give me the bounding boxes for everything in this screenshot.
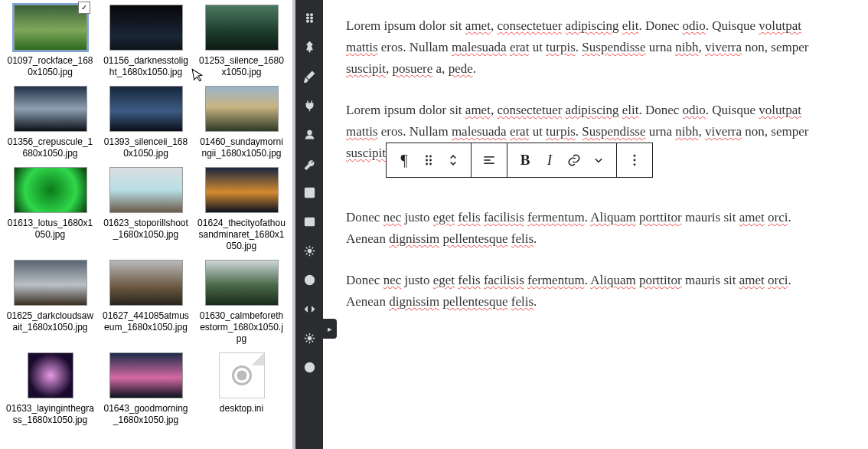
- gear2-icon[interactable]: [296, 325, 322, 351]
- spellcheck-word[interactable]: malesuada: [452, 40, 507, 54]
- spellcheck-word[interactable]: nec: [383, 273, 402, 287]
- drag-handle[interactable]: [416, 143, 441, 177]
- play-icon[interactable]: [296, 354, 322, 380]
- file-item[interactable]: 01097_rockface_1680x1050.jpg: [6, 5, 94, 78]
- spellcheck-word[interactable]: adipiscing: [566, 18, 619, 33]
- svg-point-6: [307, 130, 311, 134]
- layout-icon[interactable]: [296, 179, 322, 205]
- spellcheck-word[interactable]: malesuada: [452, 124, 507, 139]
- spellcheck-word[interactable]: Aliquam: [590, 273, 636, 287]
- file-item[interactable]: 01630_calmbeforethestorm_1680x1050.jpg: [197, 260, 286, 345]
- file-item[interactable]: 01627_441085atmuseum_1680x1050.jpg: [102, 260, 190, 345]
- spellcheck-word[interactable]: suscipit: [346, 61, 386, 76]
- spellcheck-word[interactable]: fermentum: [527, 210, 585, 224]
- spellcheck-word[interactable]: facilisis: [484, 210, 524, 224]
- file-item[interactable]: desktop.ini: [197, 352, 286, 426]
- spellcheck-word[interactable]: suscipit: [346, 146, 386, 160]
- file-item[interactable]: 01624_thecityofathousandminaret_1680x105…: [197, 167, 286, 252]
- file-item[interactable]: 01625_darkcloudsawait_1680x1050.jpg: [6, 260, 94, 345]
- spellcheck-word[interactable]: volutpat: [759, 18, 801, 33]
- spellcheck-word[interactable]: orci: [768, 273, 788, 287]
- spellcheck-word[interactable]: felis: [458, 273, 480, 287]
- file-item[interactable]: 01356_crepuscule_1680x1050.jpg: [6, 86, 94, 159]
- spellcheck-word[interactable]: odio: [683, 18, 706, 33]
- pin-icon[interactable]: [296, 34, 322, 60]
- spellcheck-word[interactable]: viverra: [705, 124, 742, 139]
- spellcheck-word[interactable]: eget: [433, 210, 455, 224]
- user-icon[interactable]: [296, 121, 322, 147]
- spellcheck-word[interactable]: pellentesque: [443, 231, 508, 246]
- spellcheck-word[interactable]: dignissim: [389, 294, 439, 309]
- spellcheck-word[interactable]: felis: [511, 294, 534, 309]
- code-icon[interactable]: [296, 296, 322, 322]
- file-item[interactable]: 01393_silenceii_1680x1050.jpg: [102, 86, 190, 159]
- spellcheck-word[interactable]: adipiscing: [566, 103, 619, 117]
- align-button[interactable]: [477, 143, 501, 177]
- spellcheck-word[interactable]: turpis: [546, 124, 576, 139]
- spellcheck-word[interactable]: elit: [622, 103, 639, 117]
- spellcheck-word[interactable]: amet: [739, 210, 765, 224]
- grip-icon[interactable]: [296, 5, 322, 31]
- spellcheck-word[interactable]: turpis: [546, 40, 576, 54]
- spellcheck-word[interactable]: amet: [465, 18, 491, 33]
- spellcheck-word[interactable]: porttitor: [639, 273, 682, 287]
- file-item[interactable]: 01643_goodmorning_1680x1050.jpg: [102, 352, 190, 426]
- file-item[interactable]: 01156_darknesstolight_1680x1050.jpg: [102, 5, 190, 78]
- move-up-down-button[interactable]: [441, 143, 465, 177]
- thumbnail: [109, 167, 183, 213]
- spellcheck-word[interactable]: porttitor: [639, 210, 682, 224]
- spellcheck-word[interactable]: orci: [768, 210, 788, 224]
- spellcheck-word[interactable]: dignissim: [389, 231, 439, 246]
- file-item[interactable]: 01633_layinginthegrass_1680x1050.jpg: [6, 352, 94, 426]
- spellcheck-word[interactable]: fermentum: [527, 273, 585, 287]
- italic-button[interactable]: I: [537, 143, 562, 177]
- plug-icon[interactable]: [296, 92, 322, 118]
- spellcheck-word[interactable]: Suspendisse: [582, 124, 645, 139]
- spellcheck-word[interactable]: felis: [458, 210, 480, 224]
- collapse-sidebar-button[interactable]: ▸: [323, 319, 337, 339]
- bold-button[interactable]: B: [513, 143, 537, 177]
- spellcheck-word[interactable]: pellentesque: [443, 294, 508, 309]
- more-richtext-button[interactable]: [586, 143, 611, 177]
- spellcheck-word[interactable]: pede: [449, 61, 473, 76]
- spellcheck-word[interactable]: amet: [739, 273, 765, 287]
- content-editor[interactable]: Lorem ipsum dolor sit amet, consectetuer…: [323, 0, 868, 449]
- spellcheck-word[interactable]: facilisis: [484, 273, 524, 287]
- spellcheck-word[interactable]: amet: [465, 103, 491, 117]
- paragraph-block[interactable]: Donec nec justo eget felis facilisis fer…: [346, 207, 821, 250]
- file-item[interactable]: 01253_silence_1680x1050.jpg: [197, 5, 286, 78]
- block-options-button[interactable]: [622, 143, 647, 177]
- spellcheck-word[interactable]: Aliquam: [590, 210, 636, 224]
- paragraph-block[interactable]: Donec nec justo eget felis facilisis fer…: [346, 270, 821, 313]
- panel-icon[interactable]: [296, 208, 322, 234]
- gear-icon[interactable]: [296, 238, 322, 264]
- spellcheck-word[interactable]: nec: [383, 210, 402, 224]
- spellcheck-word[interactable]: posuere: [392, 61, 432, 76]
- file-item[interactable]: 01623_stoporillshoot_1680x1050.jpg: [102, 167, 190, 252]
- spellcheck-word[interactable]: eget: [433, 273, 455, 287]
- svg-point-4: [306, 20, 308, 22]
- spellcheck-word[interactable]: elit: [622, 18, 639, 33]
- yoast-icon[interactable]: [296, 267, 322, 293]
- spellcheck-word[interactable]: mattis: [346, 124, 378, 139]
- spellcheck-word[interactable]: mattis: [346, 40, 378, 54]
- paragraph-block[interactable]: Lorem ipsum dolor sit amet, consectetuer…: [346, 15, 821, 80]
- spellcheck-word[interactable]: erat: [510, 40, 529, 54]
- file-item[interactable]: 01460_sundaymorningii_1680x1050.jpg: [197, 86, 286, 159]
- spellcheck-word[interactable]: viverra: [705, 40, 742, 54]
- spellcheck-word[interactable]: nibh: [675, 40, 698, 54]
- spellcheck-word[interactable]: Suspendisse: [582, 40, 645, 54]
- spellcheck-word[interactable]: consectetuer: [497, 103, 562, 117]
- wrench-icon[interactable]: [296, 150, 322, 176]
- block-type-paragraph-button[interactable]: ¶: [392, 143, 416, 177]
- spellcheck-word[interactable]: nibh: [675, 124, 698, 139]
- spellcheck-word[interactable]: odio: [683, 103, 706, 117]
- file-item[interactable]: 01613_lotus_1680x1050.jpg: [6, 167, 94, 252]
- link-button[interactable]: [562, 143, 586, 177]
- spellcheck-word[interactable]: erat: [510, 124, 529, 139]
- brush-icon[interactable]: [296, 63, 322, 89]
- filename-label: 01625_darkcloudsawait_1680x1050.jpg: [6, 310, 94, 333]
- spellcheck-word[interactable]: felis: [511, 231, 534, 246]
- spellcheck-word[interactable]: consectetuer: [497, 18, 562, 33]
- spellcheck-word[interactable]: volutpat: [759, 103, 801, 117]
